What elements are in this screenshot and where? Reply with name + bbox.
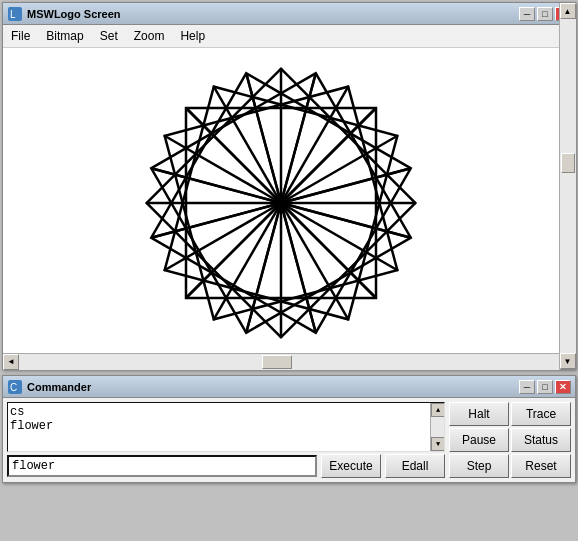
commander-window-controls: ─ □ ✕ — [519, 380, 571, 394]
main-window: L MSWLogo Screen ─ □ ✕ File Bitmap Set Z… — [2, 2, 576, 370]
status-button[interactable]: Status — [511, 428, 571, 452]
canvas-with-scrollbar: ▲ ▼ — [3, 48, 575, 353]
commander-title-bar: C Commander ─ □ ✕ — [3, 376, 575, 398]
drawing-canvas — [3, 48, 575, 353]
buttons-row-1: Halt Trace — [449, 402, 571, 426]
output-line-2: flower — [10, 419, 442, 433]
commander-minimize-button[interactable]: ─ — [519, 380, 535, 394]
menu-bar: File Bitmap Set Zoom Help — [3, 25, 575, 48]
scroll-track-h[interactable] — [19, 354, 559, 370]
commander-icon: C — [7, 379, 23, 395]
output-scrollbar[interactable]: ▲ ▼ — [430, 403, 444, 451]
commander-close-button[interactable]: ✕ — [555, 380, 571, 394]
input-row: Execute Edall — [7, 454, 445, 478]
scroll-thumb-v[interactable] — [561, 153, 575, 173]
output-text-area[interactable]: cs flower ▲ ▼ — [7, 402, 445, 452]
menu-zoom[interactable]: Zoom — [126, 27, 173, 45]
output-area: cs flower ▲ ▼ Execute Edall — [7, 402, 445, 478]
flower-drawing — [3, 48, 559, 353]
trace-button[interactable]: Trace — [511, 402, 571, 426]
menu-bitmap[interactable]: Bitmap — [38, 27, 91, 45]
reset-button[interactable]: Reset — [511, 454, 571, 478]
buttons-row-2: Pause Status — [449, 428, 571, 452]
scroll-thumb-h[interactable] — [262, 355, 292, 369]
scroll-up-button[interactable]: ▲ — [560, 3, 576, 19]
edall-button[interactable]: Edall — [385, 454, 445, 478]
scroll-down-button[interactable]: ▼ — [560, 353, 576, 369]
pause-button[interactable]: Pause — [449, 428, 509, 452]
scroll-left-button[interactable]: ◄ — [3, 354, 19, 370]
commander-body: cs flower ▲ ▼ Execute Edall — [3, 398, 575, 482]
buttons-panel: Halt Trace Pause Status Step Reset — [449, 402, 571, 478]
svg-text:L: L — [10, 9, 16, 20]
output-scroll-down[interactable]: ▼ — [431, 437, 445, 451]
menu-help[interactable]: Help — [172, 27, 213, 45]
vertical-scrollbar[interactable]: ▲ ▼ — [559, 3, 575, 369]
output-line-1: cs — [10, 405, 442, 419]
minimize-button[interactable]: ─ — [519, 7, 535, 21]
horizontal-scrollbar[interactable]: ◄ ► — [3, 353, 575, 369]
maximize-button[interactable]: □ — [537, 7, 553, 21]
menu-set[interactable]: Set — [92, 27, 126, 45]
command-input[interactable] — [7, 455, 317, 477]
menu-file[interactable]: File — [3, 27, 38, 45]
svg-text:C: C — [10, 382, 17, 393]
step-button[interactable]: Step — [449, 454, 509, 478]
commander-maximize-button[interactable]: □ — [537, 380, 553, 394]
canvas-container: ▲ ▼ ◄ ► — [3, 48, 575, 369]
execute-button[interactable]: Execute — [321, 454, 381, 478]
output-scroll-up[interactable]: ▲ — [431, 403, 445, 417]
main-window-icon: L — [7, 6, 23, 22]
halt-button[interactable]: Halt — [449, 402, 509, 426]
app-wrapper: L MSWLogo Screen ─ □ ✕ File Bitmap Set Z… — [0, 0, 578, 541]
commander-window: C Commander ─ □ ✕ cs flower ▲ — [2, 375, 576, 483]
scroll-track-v[interactable] — [560, 19, 576, 353]
output-scroll-track[interactable] — [431, 417, 444, 437]
commander-window-title: Commander — [27, 381, 519, 393]
main-title-bar: L MSWLogo Screen ─ □ ✕ — [3, 3, 575, 25]
buttons-row-3: Step Reset — [449, 454, 571, 478]
main-window-title: MSWLogo Screen — [27, 8, 519, 20]
